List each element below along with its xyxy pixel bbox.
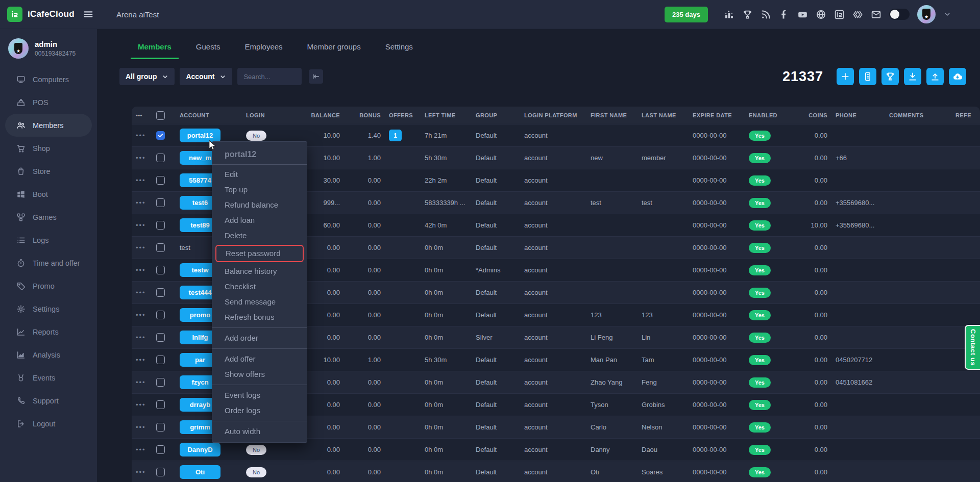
- row-checkbox[interactable]: [156, 266, 165, 274]
- sidebar-item-members[interactable]: Members: [5, 114, 92, 137]
- rewards-button[interactable]: [881, 68, 899, 85]
- menu-item-show-offers[interactable]: Show offers: [212, 367, 307, 382]
- account-chip[interactable]: Oti: [180, 465, 220, 479]
- row-checkbox[interactable]: [156, 131, 165, 140]
- contact-us-button[interactable]: Contact us: [965, 325, 980, 370]
- sidebar-item-store[interactable]: Store: [5, 160, 92, 183]
- back-arrow-button[interactable]: [309, 69, 323, 84]
- header-cell-coins[interactable]: COINS: [791, 107, 831, 124]
- row-checkbox[interactable]: [156, 176, 165, 185]
- header-cell-group[interactable]: GROUP: [472, 107, 520, 124]
- group-filter-select[interactable]: All group: [119, 68, 175, 85]
- ranking-icon[interactable]: [724, 9, 734, 20]
- menu-item-refresh-bonus[interactable]: Refresh bonus: [212, 310, 307, 325]
- menu-item-send-message[interactable]: Send message: [212, 294, 307, 310]
- row-checkbox[interactable]: [156, 468, 165, 476]
- youtube-icon[interactable]: [797, 9, 808, 20]
- menu-item-balance-history[interactable]: Balance history: [212, 264, 307, 279]
- sidebar-item-analysis[interactable]: Analysis: [5, 343, 92, 366]
- license-days-badge[interactable]: 235 days: [665, 7, 708, 22]
- menu-item-delete[interactable]: Delete: [212, 228, 307, 243]
- row-options-button[interactable]: •••: [132, 214, 152, 236]
- column-options-button[interactable]: •••: [132, 107, 152, 124]
- mail-icon[interactable]: [871, 9, 881, 20]
- row-options-button[interactable]: •••: [132, 461, 152, 482]
- trophy-icon[interactable]: [742, 9, 753, 20]
- menu-item-add-order[interactable]: Add order: [212, 331, 307, 346]
- header-cell-login[interactable]: LOGIN: [242, 107, 293, 124]
- sidebar-item-support[interactable]: Support: [5, 389, 92, 412]
- row-options-button[interactable]: •••: [132, 304, 152, 326]
- header-cell-balance[interactable]: BALANCE: [293, 107, 344, 124]
- tab-member-groups[interactable]: Member groups: [306, 42, 362, 59]
- header-cell-last_name[interactable]: LAST NAME: [638, 107, 689, 124]
- header-cell-account[interactable]: ACCOUNT: [176, 107, 242, 124]
- header-cell-referrer[interactable]: REFE: [951, 107, 980, 124]
- row-options-button[interactable]: •••: [132, 124, 152, 146]
- sidebar-item-settings[interactable]: Settings: [5, 297, 92, 320]
- menu-item-edit[interactable]: Edit: [212, 167, 307, 182]
- row-options-button[interactable]: •••: [132, 416, 152, 438]
- row-options-button[interactable]: •••: [132, 259, 152, 281]
- offers-badge[interactable]: 1: [389, 130, 402, 141]
- row-options-button[interactable]: •••: [132, 394, 152, 416]
- header-cell-bonus[interactable]: BONUS: [344, 107, 385, 124]
- sidebar-item-logout[interactable]: Logout: [5, 412, 92, 435]
- menu-item-top-up[interactable]: Top up: [212, 182, 307, 197]
- row-checkbox[interactable]: [156, 356, 165, 364]
- row-checkbox[interactable]: [156, 243, 165, 252]
- hamburger-menu-icon[interactable]: [83, 9, 94, 20]
- account-chip[interactable]: portal12: [180, 129, 220, 142]
- sidebar-item-time-and-offer[interactable]: Time and offer: [5, 251, 92, 274]
- tab-employees[interactable]: Employees: [243, 42, 283, 59]
- row-options-button[interactable]: •••: [132, 371, 152, 393]
- row-checkbox[interactable]: [156, 445, 165, 454]
- menu-item-checklist[interactable]: Checklist: [212, 279, 307, 294]
- sidebar-item-promo[interactable]: Promo: [5, 274, 92, 297]
- user-avatar[interactable]: ★: [917, 5, 936, 23]
- row-options-button[interactable]: •••: [132, 169, 152, 191]
- header-cell-left_time[interactable]: LEFT TIME: [421, 107, 472, 124]
- facebook-icon[interactable]: [779, 9, 790, 20]
- menu-item-refund-balance[interactable]: Refund balance: [212, 197, 307, 213]
- header-cell-enabled[interactable]: ENABLED: [745, 107, 791, 124]
- menu-item-event-logs[interactable]: Event logs: [212, 388, 307, 403]
- sidebar-item-pos[interactable]: POS: [5, 91, 92, 114]
- row-options-button[interactable]: •••: [132, 326, 152, 348]
- icafe-icon[interactable]: [834, 9, 845, 20]
- row-checkbox[interactable]: [156, 378, 165, 387]
- tab-members[interactable]: Members: [131, 42, 179, 59]
- menu-item-add-offer[interactable]: Add offer: [212, 351, 307, 367]
- row-checkbox[interactable]: [156, 423, 165, 432]
- sidebar-item-shop[interactable]: Shop: [5, 137, 92, 160]
- sidebar-user[interactable]: ★ admin 005193482475: [0, 29, 97, 66]
- sidebar-item-computers[interactable]: Computers: [5, 68, 92, 91]
- layers-icon[interactable]: [852, 9, 863, 20]
- header-cell-offers[interactable]: OFFERS: [385, 107, 421, 124]
- globe-icon[interactable]: [816, 9, 826, 20]
- header-cell-expire[interactable]: EXPIRE DATE: [689, 107, 745, 124]
- row-options-button[interactable]: •••: [132, 439, 152, 461]
- menu-item-reset-password[interactable]: Reset password: [215, 245, 304, 262]
- account-chip[interactable]: DannyD: [180, 443, 220, 456]
- row-options-button[interactable]: •••: [132, 192, 152, 214]
- menu-item-auto-width[interactable]: Auto width: [212, 424, 307, 439]
- sidebar-item-reports[interactable]: Reports: [5, 320, 92, 343]
- rss-icon[interactable]: [761, 9, 771, 20]
- import-button[interactable]: [904, 68, 921, 85]
- row-checkbox[interactable]: [156, 400, 165, 409]
- row-options-button[interactable]: •••: [132, 147, 152, 169]
- row-options-button[interactable]: •••: [132, 237, 152, 259]
- menu-item-order-logs[interactable]: Order logs: [212, 403, 307, 418]
- tab-guests[interactable]: Guests: [195, 42, 222, 59]
- row-checkbox[interactable]: [156, 221, 165, 230]
- row-checkbox[interactable]: [156, 154, 165, 162]
- row-checkbox[interactable]: [156, 333, 165, 342]
- sidebar-item-games[interactable]: Games: [5, 206, 92, 229]
- row-checkbox[interactable]: [156, 288, 165, 297]
- header-cell-first_name[interactable]: FIRST NAME: [586, 107, 638, 124]
- device-view-button[interactable]: [859, 68, 876, 85]
- row-options-button[interactable]: •••: [132, 349, 152, 371]
- cloud-sync-button[interactable]: [949, 68, 966, 85]
- sidebar-item-logs[interactable]: Logs: [5, 229, 92, 251]
